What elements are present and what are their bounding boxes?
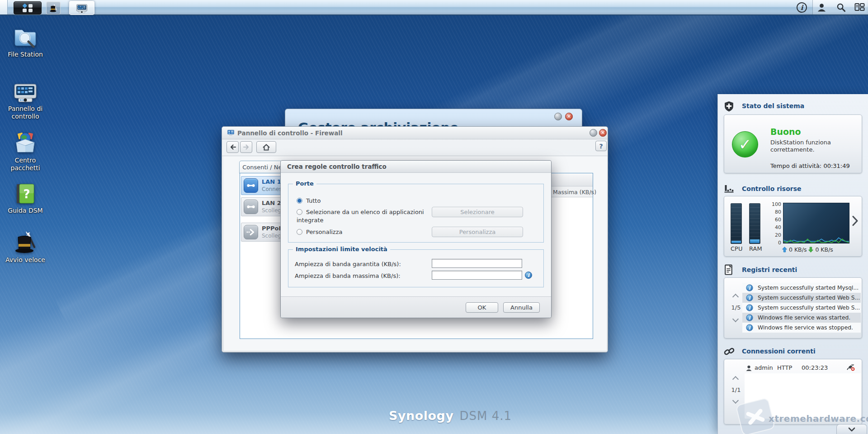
logs-page-up[interactable] xyxy=(733,293,738,299)
desktop-icon-package-center[interactable]: Centro pacchetti xyxy=(3,131,48,172)
download-rate: 0 KB/s xyxy=(815,246,833,253)
control-panel-icon xyxy=(13,81,38,103)
resource-monitor-card: CPU RAM 100 80 60 40 20 0 0 KB/s 0 KB/s xyxy=(724,196,862,257)
interface-name: LAN 2 xyxy=(262,200,281,206)
help-button[interactable]: ? xyxy=(595,141,607,151)
system-status-title: Stato del sistema xyxy=(742,102,804,110)
file-station-icon xyxy=(13,24,38,49)
option-all-row: Tutto xyxy=(297,197,321,205)
dialog-footer: OK Annulla xyxy=(281,296,551,318)
firewall-toolbar xyxy=(222,139,608,156)
upload-arrow-icon xyxy=(782,247,787,253)
status-good-icon: ✓ xyxy=(732,131,758,157)
connections-icon xyxy=(723,346,735,358)
desktop-icon-file-station[interactable]: File Station xyxy=(3,24,48,58)
info-icon xyxy=(746,314,753,321)
lan-disconnected-icon xyxy=(244,200,258,214)
column-header-massima[interactable]: Massima (KB/s) xyxy=(550,186,593,197)
ytick: 100 xyxy=(766,202,781,207)
current-connections-title: Connessioni correnti xyxy=(742,348,816,355)
kill-connection-icon[interactable] xyxy=(846,364,855,372)
connections-page-down[interactable] xyxy=(733,398,738,404)
forward-button[interactable] xyxy=(240,141,252,153)
dialog-title: Crea regole controllo traffico xyxy=(287,163,387,170)
network-chart xyxy=(783,203,849,243)
logs-icon xyxy=(723,264,735,276)
connection-protocol: HTTP xyxy=(777,364,792,371)
close-button[interactable]: ✕ xyxy=(565,113,573,120)
sidebar-collapse-tab[interactable] xyxy=(836,424,867,434)
interface-name: LAN 1 xyxy=(262,178,281,185)
home-icon xyxy=(262,143,270,151)
svg-text:?: ? xyxy=(23,187,30,201)
cancel-button[interactable]: Annulla xyxy=(503,302,540,313)
home-button[interactable] xyxy=(256,141,276,153)
arrow-right-icon xyxy=(243,143,250,151)
info-icon xyxy=(746,304,753,311)
max-bandwidth-input[interactable] xyxy=(432,271,522,280)
radio-all[interactable] xyxy=(297,198,302,204)
status-description: DiskStation funziona correttamente. xyxy=(770,139,846,153)
minimize-button[interactable] xyxy=(590,129,597,137)
main-menu-grid-icon xyxy=(21,3,34,13)
connection-user: admin xyxy=(755,364,773,371)
pilot-view-icon[interactable] xyxy=(854,3,865,11)
radio-custom[interactable] xyxy=(297,229,302,235)
firewall-window-title: Pannello di controllo - Firewall xyxy=(237,129,343,137)
dialog-titlebar[interactable]: Crea regole controllo traffico xyxy=(281,161,551,173)
desktop-icon-quick-launch[interactable]: Avvio veloce xyxy=(3,231,48,264)
option-all-label: Tutto xyxy=(306,197,321,204)
chevron-right-icon[interactable] xyxy=(852,215,859,226)
close-button[interactable]: ✕ xyxy=(599,129,607,137)
desktop-icon-label: Guida DSM xyxy=(3,207,48,215)
log-row: System successfully started Web S... xyxy=(742,293,861,303)
log-row: Windows file service was started. xyxy=(742,313,861,323)
download-arrow-icon xyxy=(808,247,813,253)
dialog-create-traffic-rule[interactable]: Crea regole controllo traffico Porte Tut… xyxy=(280,160,552,318)
magician-hat-icon xyxy=(49,4,58,13)
connection-row: admin HTTP 00:23:23 xyxy=(745,364,861,373)
taskbar-window-button-control-panel[interactable] xyxy=(69,1,94,15)
show-desktop-button[interactable] xyxy=(0,0,8,14)
desktop-icon-label: Centro pacchetti xyxy=(3,157,48,172)
user-icon[interactable] xyxy=(817,3,826,12)
ytick: 0 xyxy=(766,240,781,245)
guaranteed-bandwidth-input[interactable] xyxy=(432,259,522,268)
log-row: Windows file service was stopped. xyxy=(742,323,861,333)
customize-ports-button[interactable]: Personalizza xyxy=(432,227,523,237)
interface-name: PPPoE xyxy=(262,225,283,232)
package-center-icon xyxy=(13,131,38,155)
guaranteed-bandwidth-label: Ampiezza di banda garantita (KB/s): xyxy=(295,261,401,267)
ytick: 20 xyxy=(766,233,781,238)
ytick: 40 xyxy=(766,225,781,230)
recent-logs-title: Registri recenti xyxy=(742,266,797,273)
network-sparkline xyxy=(783,203,849,243)
desktop-icon-control-panel[interactable]: Pannello di controllo xyxy=(3,81,48,120)
main-menu-button[interactable] xyxy=(14,1,42,14)
connections-page-up[interactable] xyxy=(733,376,738,381)
firewall-titlebar[interactable]: Pannello di controllo - Firewall ✕ xyxy=(222,127,608,139)
user-icon xyxy=(745,365,752,372)
logs-pager: 1/5 xyxy=(729,304,743,311)
quick-launch-taskbar-button[interactable] xyxy=(46,1,61,14)
info-icon[interactable] xyxy=(525,272,532,279)
info-taskbar-icon[interactable]: i xyxy=(797,2,807,13)
taskbar: i xyxy=(0,0,868,15)
widget-sidebar: Stato del sistema ✓ Buono DiskStation fu… xyxy=(717,94,868,434)
radio-apps[interactable] xyxy=(297,209,302,215)
ok-button[interactable]: OK xyxy=(466,302,498,313)
logs-page-down[interactable] xyxy=(733,317,738,322)
select-apps-button[interactable]: Selezionare xyxy=(432,207,523,217)
network-throughput: 0 KB/s 0 KB/s xyxy=(782,246,833,253)
option-custom-label: Personalizza xyxy=(306,229,343,235)
minimize-button[interactable] xyxy=(554,113,562,120)
arrow-left-icon xyxy=(229,143,236,151)
desktop-icon-dsm-help[interactable]: ? Guida DSM xyxy=(3,182,48,215)
desktop-icon-label: Avvio veloce xyxy=(3,256,48,264)
back-button[interactable] xyxy=(226,141,239,153)
magician-hat-icon xyxy=(13,231,38,254)
info-icon xyxy=(746,284,753,291)
resource-monitor-icon xyxy=(723,183,735,194)
search-icon[interactable] xyxy=(836,3,846,12)
connections-pager: 1/1 xyxy=(729,386,743,393)
